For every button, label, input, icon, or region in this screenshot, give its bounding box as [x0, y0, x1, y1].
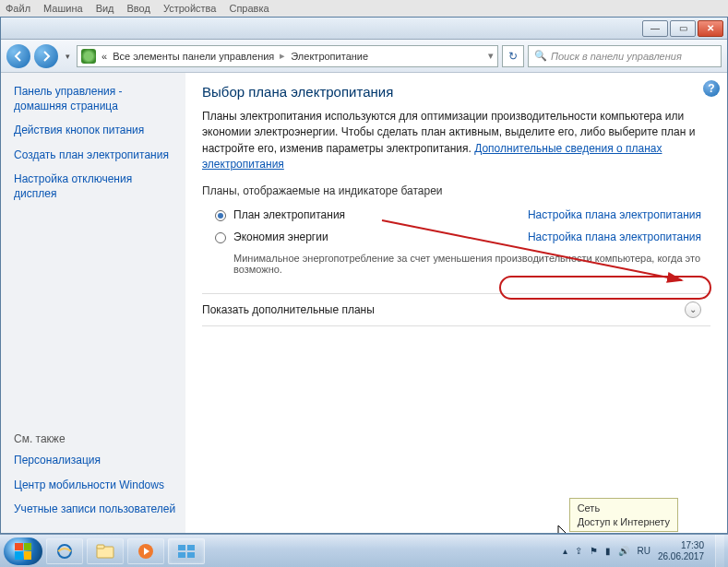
close-button[interactable]: ✕ [698, 20, 723, 37]
system-tray: ▴ ⇪ ⚑ ▮ 🔊 RU 17:30 26.06.2017 [563, 540, 710, 561]
nav-history-dropdown[interactable]: ▾ [62, 44, 73, 68]
breadcrumb-chevron: « [101, 51, 107, 62]
tray-time: 17:30 [681, 540, 704, 551]
breadcrumb-sep: ▸ [280, 50, 285, 62]
tray-network-icon[interactable]: ▮ [605, 546, 611, 556]
titlebar: — ▭ ✕ [1, 18, 727, 40]
forward-button[interactable] [34, 44, 58, 68]
content-area: ? Выбор плана электропитания Планы элект… [185, 73, 727, 533]
show-more-plans[interactable]: Показать дополнительные планы ⌄ [202, 293, 710, 326]
network-tooltip: Сеть Доступ к Интернету [569, 498, 678, 532]
address-bar[interactable]: « Все элементы панели управления ▸ Элект… [77, 45, 498, 67]
tray-expand-icon[interactable]: ▴ [563, 546, 567, 556]
tooltip-title: Сеть [578, 502, 670, 514]
tray-date: 26.06.2017 [658, 551, 704, 562]
tray-usb-icon[interactable]: ⇪ [575, 546, 582, 556]
start-button[interactable] [4, 537, 42, 565]
vm-menu-item[interactable]: Устройства [163, 3, 217, 14]
tray-clock[interactable]: 17:30 26.06.2017 [658, 540, 704, 561]
taskbar-mediaplayer[interactable] [127, 538, 164, 564]
sidebar-link-create-plan[interactable]: Создать план электропитания [14, 148, 176, 162]
svg-rect-6 [187, 545, 195, 550]
see-also-personalization[interactable]: Персонализация [14, 453, 176, 467]
svg-rect-7 [178, 552, 185, 558]
plan-row-main: План электропитания Настройка плана элек… [202, 205, 710, 227]
section-heading: Планы, отображаемые на индикаторе батаре… [202, 184, 710, 197]
expander-label: Показать дополнительные планы [202, 303, 375, 316]
vm-menu-item[interactable]: Вид [96, 3, 114, 14]
navbar: ▾ « Все элементы панели управления ▸ Эле… [1, 40, 727, 73]
intro-text: Планы электропитания используются для оп… [202, 109, 710, 173]
svg-rect-3 [97, 545, 104, 549]
vm-menu-item[interactable]: Справка [229, 3, 269, 14]
help-icon[interactable]: ? [703, 80, 720, 97]
see-also-user-accounts[interactable]: Учетные записи пользователей [14, 502, 176, 516]
plan-row-saver: Экономия энергии Настройка плана электро… [202, 227, 710, 280]
plan-description: Минимальное энергопотребление за счет ум… [215, 253, 710, 275]
window-body: Панель управления - домашняя страница Де… [1, 73, 727, 533]
plan-settings-link[interactable]: Настройка плана электропитания [528, 230, 710, 243]
see-also-mobility-center[interactable]: Центр мобильности Windows [14, 478, 176, 492]
sidebar-home-link[interactable]: Панель управления - домашняя страница [14, 84, 176, 113]
control-panel-window: — ▭ ✕ ▾ « Все элементы панели управления… [0, 17, 728, 534]
vm-menu-item[interactable]: Ввод [127, 3, 150, 14]
tray-volume-icon[interactable]: 🔊 [618, 546, 629, 556]
svg-rect-8 [187, 552, 195, 558]
plan-radio[interactable] [215, 232, 226, 243]
search-input[interactable]: 🔍 Поиск в панели управления [528, 45, 722, 67]
plan-settings-link[interactable]: Настройка плана электропитания [528, 208, 710, 221]
vm-menu-item[interactable]: Файл [6, 3, 30, 14]
search-placeholder: Поиск в панели управления [551, 51, 682, 62]
tooltip-line: Доступ к Интернету [578, 515, 670, 528]
breadcrumb-root[interactable]: Все элементы панели управления [113, 51, 274, 62]
page-title: Выбор плана электропитания [202, 84, 710, 100]
tray-action-center-icon[interactable]: ⚑ [590, 546, 598, 556]
breadcrumb-current[interactable]: Электропитание [291, 51, 368, 62]
taskbar-control-panel[interactable] [168, 538, 205, 564]
windows-logo-icon [15, 543, 31, 560]
search-icon: 🔍 [534, 50, 547, 62]
taskbar-ie[interactable] [46, 538, 83, 564]
svg-point-1 [58, 545, 71, 558]
vm-menubar: Файл Машина Вид Ввод Устройства Справка [0, 0, 728, 17]
sidebar: Панель управления - домашняя страница Де… [1, 73, 185, 533]
minimize-button[interactable]: — [642, 20, 668, 37]
plan-radio[interactable] [215, 210, 226, 221]
taskbar-explorer[interactable] [87, 538, 124, 564]
address-dropdown-icon[interactable]: ▾ [488, 50, 494, 62]
back-button[interactable] [6, 44, 30, 68]
maximize-button[interactable]: ▭ [670, 20, 696, 37]
plan-label: Экономия энергии [233, 230, 400, 243]
show-desktop-button[interactable] [715, 535, 724, 568]
plan-label: План электропитания [233, 208, 520, 221]
power-icon [81, 49, 96, 64]
sidebar-link-button-actions[interactable]: Действия кнопок питания [14, 123, 176, 137]
see-also-heading: См. также [14, 432, 176, 445]
sidebar-link-display-off[interactable]: Настройка отключения дисплея [14, 171, 176, 201]
refresh-button[interactable]: ↻ [502, 45, 524, 67]
vm-menu-item[interactable]: Машина [43, 3, 83, 14]
svg-rect-5 [178, 545, 185, 550]
chevron-down-icon: ⌄ [685, 301, 701, 318]
taskbar: ▴ ⇪ ⚑ ▮ 🔊 RU 17:30 26.06.2017 [0, 534, 728, 567]
tray-lang[interactable]: RU [637, 546, 650, 556]
